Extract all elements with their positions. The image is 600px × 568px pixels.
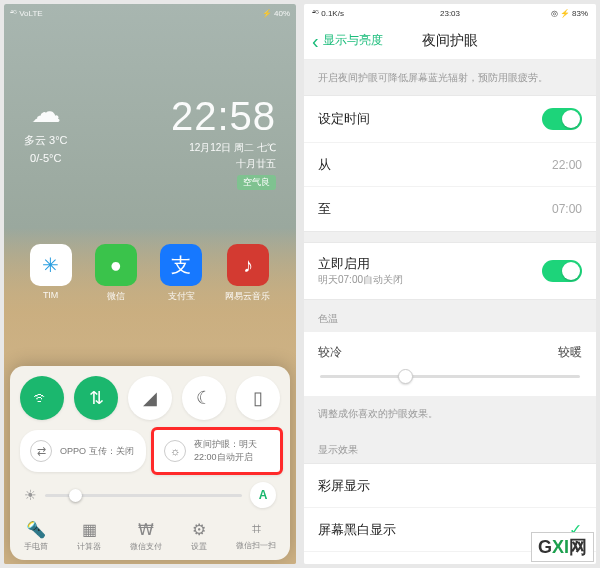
qs-dnd[interactable]: ◢: [128, 376, 172, 420]
sun-icon: ☀: [24, 487, 37, 503]
flashlight-icon: 🔦: [26, 520, 46, 539]
schedule-group: 设定时间 从 22:00 至 07:00: [304, 95, 596, 232]
page-title: 夜间护眼: [422, 32, 478, 50]
night-eye-pill[interactable]: ☼ 夜间护眼：明天22:00自动开启: [151, 427, 283, 475]
qs-data[interactable]: ⇅: [74, 376, 118, 420]
brightness-row: ☀ A: [20, 482, 280, 508]
eye-label: 夜间护眼：明天22:00自动开启: [194, 438, 270, 464]
enable-switch[interactable]: [542, 260, 582, 282]
status-left: ⁴ᴳ VoLTE: [10, 9, 43, 18]
auto-brightness-toggle[interactable]: A: [250, 482, 276, 508]
tool-wechatpay[interactable]: ₩微信支付: [130, 520, 162, 552]
status-time: 23:03: [440, 9, 460, 18]
status-right: ⚡ 40%: [262, 9, 290, 18]
schedule-switch[interactable]: [542, 108, 582, 130]
hint-top: 开启夜间护眼可降低屏幕蓝光辐射，预防用眼疲劳。: [304, 60, 596, 95]
weather-cond: 多云 3°C: [24, 133, 68, 148]
app-wechat[interactable]: ●微信: [95, 244, 137, 303]
quick-settings-row: ᯤ ⇅ ◢ ☾ ▯: [20, 376, 280, 420]
row-from[interactable]: 从 22:00: [304, 143, 596, 187]
brightness-thumb[interactable]: [69, 489, 82, 502]
settings-body: 开启夜间护眼可降低屏幕蓝光辐射，预防用眼疲劳。 设定时间 从 22:00 至 0…: [304, 60, 596, 564]
alipay-icon: 支: [160, 244, 202, 286]
settings-phone: ⁴ᴳ 0.1K/s 23:03 ◎ ⚡ 83% 显示与亮度 夜间护眼 开启夜间护…: [304, 4, 596, 564]
weather-icon: ☁: [24, 94, 68, 129]
oppo-share-pill[interactable]: ⇄ OPPO 互传：关闭: [20, 430, 146, 472]
app-tim[interactable]: ✳TIM: [30, 244, 72, 303]
air-badge: 空气良: [237, 175, 276, 190]
status-bar: ⁴ᴳ VoLTE ⚡ 40%: [4, 4, 296, 22]
hint-temp: 调整成你喜欢的护眼效果。: [304, 396, 596, 431]
gear-icon: ⚙: [192, 520, 206, 539]
scan-icon: ⌗: [252, 520, 261, 538]
status-left: ⁴ᴳ 0.1K/s: [312, 9, 344, 18]
netease-icon: ♪: [227, 244, 269, 286]
qs-wifi[interactable]: ᯤ: [20, 376, 64, 420]
row-to[interactable]: 至 07:00: [304, 187, 596, 231]
tool-wechatscan[interactable]: ⌗微信扫一扫: [236, 520, 276, 552]
status-bar: ⁴ᴳ 0.1K/s 23:03 ◎ ⚡ 83%: [304, 4, 596, 22]
app-row: ✳TIM ●微信 支支付宝 ♪网易云音乐: [4, 244, 296, 303]
qs-battery[interactable]: ▯: [236, 376, 280, 420]
weather-widget[interactable]: ☁ 多云 3°C 0/-5°C: [24, 94, 68, 164]
section-effect: 显示效果: [304, 431, 596, 463]
section-temp: 色温: [304, 300, 596, 332]
tool-flashlight[interactable]: 🔦手电筒: [24, 520, 48, 552]
clock-date: 12月12日 周二 七℃: [171, 141, 276, 155]
back-button[interactable]: 显示与亮度: [304, 32, 391, 49]
clock-widget[interactable]: 22:58 12月12日 周二 七℃ 十月廿五 空气良: [171, 94, 276, 190]
wechat-icon: ●: [95, 244, 137, 286]
weather-range: 0/-5°C: [24, 152, 68, 164]
qs-night[interactable]: ☾: [182, 376, 226, 420]
temp-cold-label: 较冷: [318, 344, 342, 361]
brightness-slider[interactable]: [45, 494, 242, 497]
wechatpay-icon: ₩: [138, 520, 154, 539]
enable-group: 立即启用 明天07:00自动关闭: [304, 242, 596, 300]
color-temp-slider[interactable]: [320, 375, 580, 378]
row-schedule[interactable]: 设定时间: [304, 96, 596, 143]
row-enable[interactable]: 立即启用 明天07:00自动关闭: [304, 243, 596, 299]
clock-time: 22:58: [171, 94, 276, 139]
control-panel: ᯤ ⇅ ◢ ☾ ▯ ⇄ OPPO 互传：关闭 ☼ 夜间护眼：明天22:00自动开…: [10, 366, 290, 560]
wallpaper: ⁴ᴳ VoLTE ⚡ 40% ☁ 多云 3°C 0/-5°C 22:58 12月…: [4, 4, 296, 564]
homescreen-phone: ⁴ᴳ VoLTE ⚡ 40% ☁ 多云 3°C 0/-5°C 22:58 12月…: [4, 4, 296, 564]
tool-settings[interactable]: ⚙设置: [191, 520, 207, 552]
color-temp-thumb[interactable]: [398, 369, 413, 384]
share-label: OPPO 互传：关闭: [60, 445, 134, 458]
eye-icon: ☼: [164, 440, 186, 462]
calculator-icon: ▦: [82, 520, 97, 539]
temp-warm-label: 较暖: [558, 344, 582, 361]
tool-calculator[interactable]: ▦计算器: [77, 520, 101, 552]
app-netease[interactable]: ♪网易云音乐: [225, 244, 270, 303]
share-icon: ⇄: [30, 440, 52, 462]
watermark: GXI网: [531, 532, 594, 562]
color-temp-row: 较冷 较暖: [304, 332, 596, 396]
clock-lunar: 十月廿五: [171, 157, 276, 171]
pill-row: ⇄ OPPO 互传：关闭 ☼ 夜间护眼：明天22:00自动开启: [20, 430, 280, 472]
tim-icon: ✳: [30, 244, 72, 286]
status-right: ◎ ⚡ 83%: [551, 9, 588, 18]
tool-row: 🔦手电筒 ▦计算器 ₩微信支付 ⚙设置 ⌗微信扫一扫: [20, 516, 280, 552]
app-alipay[interactable]: 支支付宝: [160, 244, 202, 303]
row-effect-color[interactable]: 彩屏显示: [304, 464, 596, 508]
nav-header: 显示与亮度 夜间护眼: [304, 22, 596, 60]
